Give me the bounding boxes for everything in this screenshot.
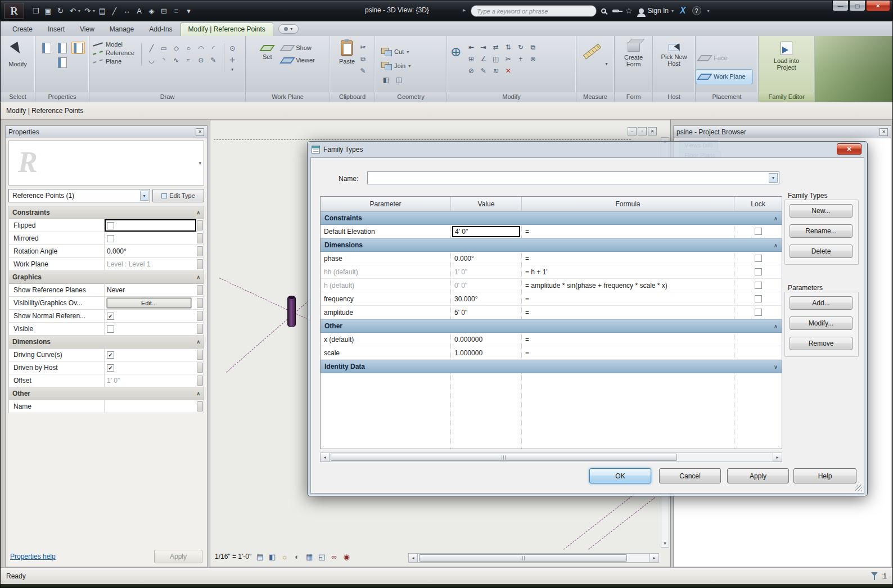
collapse-icon[interactable]: ∧ bbox=[196, 339, 200, 345]
trim-extend-icon[interactable]: ◫ bbox=[490, 54, 501, 64]
filter-icon[interactable] bbox=[871, 572, 878, 580]
create-form-button[interactable]: Create Form bbox=[618, 39, 650, 69]
associate-parameter-button[interactable] bbox=[197, 246, 203, 256]
tab-insert[interactable]: Insert bbox=[40, 23, 72, 36]
family-types-icon[interactable] bbox=[71, 42, 85, 54]
search-input[interactable]: Type a keyword or phrase bbox=[471, 5, 597, 17]
align-icon[interactable]: ⇤ bbox=[466, 42, 476, 52]
associate-parameter-button[interactable] bbox=[197, 285, 203, 295]
parameter-formula[interactable]: = bbox=[522, 292, 734, 305]
tab-modify-reference-points[interactable]: Modify | Reference Points bbox=[181, 22, 273, 36]
parameter-value[interactable]: 0' 0" bbox=[451, 279, 522, 292]
properties-help-link[interactable]: Properties help bbox=[10, 553, 56, 560]
match-type-icon[interactable]: ✎ bbox=[358, 66, 368, 76]
temporary-hide-icon[interactable]: ∞ bbox=[329, 551, 339, 562]
show-crop-icon[interactable]: ◱ bbox=[317, 551, 327, 562]
default-3d-view-icon[interactable]: ◈ bbox=[146, 5, 157, 17]
join-dropdown-icon[interactable]: ▾ bbox=[408, 64, 411, 69]
cut-dropdown-icon[interactable]: ▾ bbox=[407, 49, 409, 55]
cut-to-clipboard-icon[interactable]: ✂ bbox=[358, 42, 368, 52]
undo-icon-dropdown[interactable]: ▾ bbox=[78, 8, 80, 13]
column-header-lock[interactable]: Lock bbox=[734, 197, 782, 211]
placement-face-button[interactable]: Face bbox=[696, 51, 753, 66]
associate-parameter-button[interactable] bbox=[197, 350, 203, 360]
checkbox[interactable] bbox=[107, 325, 114, 333]
properties-palette-header[interactable]: Properties ✕ bbox=[6, 126, 207, 138]
search-expand-arrow[interactable]: ▸ bbox=[463, 7, 466, 13]
lock-checkbox[interactable] bbox=[755, 228, 762, 235]
dialog-scroll-grip[interactable] bbox=[331, 454, 677, 461]
load-into-project-button[interactable]: Load into Project bbox=[766, 39, 807, 73]
scroll-down-icon[interactable]: ▼ bbox=[663, 540, 667, 547]
associate-parameter-button[interactable] bbox=[197, 298, 203, 308]
section-icon[interactable]: ⊟ bbox=[158, 5, 170, 17]
apply-button[interactable]: Apply bbox=[727, 468, 789, 483]
viewer-button[interactable]: Viewer bbox=[280, 56, 316, 65]
scale-icon[interactable]: ∠ bbox=[478, 54, 489, 64]
paste-button[interactable]: Paste bbox=[336, 39, 358, 66]
close-button[interactable]: ✕ bbox=[866, 1, 890, 11]
property-value[interactable]: 0.000° bbox=[105, 245, 196, 257]
pin-icon[interactable]: ⊗ bbox=[527, 54, 538, 64]
point-element-tool-icon[interactable]: ⊙ bbox=[196, 55, 206, 65]
properties-close-icon[interactable]: ✕ bbox=[196, 128, 204, 136]
maximize-button[interactable]: ▢ bbox=[849, 1, 865, 11]
property-value[interactable] bbox=[105, 400, 196, 413]
properties-apply-button[interactable]: Apply bbox=[154, 550, 202, 563]
ok-button[interactable]: OK bbox=[589, 468, 651, 483]
paint-geometry-icon[interactable]: ◧ bbox=[381, 75, 391, 85]
family-category-icon[interactable] bbox=[56, 56, 69, 69]
property-group-dimensions[interactable]: Dimensions∧ bbox=[9, 336, 204, 349]
dialog-horizontal-scrollbar[interactable]: ◂ ▸ bbox=[320, 453, 782, 462]
checkbox[interactable]: ✓ bbox=[107, 351, 114, 359]
undo-icon[interactable]: ↶ bbox=[67, 5, 79, 17]
show-work-plane-button[interactable]: Show bbox=[280, 43, 316, 52]
add-button[interactable]: Add... bbox=[790, 296, 853, 310]
column-header-value[interactable]: Value bbox=[451, 197, 522, 211]
shadows-icon[interactable]: ◐ bbox=[292, 551, 302, 562]
text-icon[interactable]: A bbox=[133, 5, 145, 17]
cancel-button[interactable]: Cancel bbox=[659, 468, 721, 483]
move-big-icon[interactable]: ⊕ bbox=[450, 44, 461, 60]
checkbox[interactable]: ✓ bbox=[107, 313, 114, 320]
move-icon[interactable]: + bbox=[515, 54, 526, 64]
sun-path-icon[interactable]: ☼ bbox=[279, 551, 290, 562]
tab-view[interactable]: View bbox=[73, 23, 102, 36]
collapse-icon[interactable]: ∨ bbox=[774, 364, 778, 370]
scroll-left-icon[interactable]: ◂ bbox=[409, 554, 418, 562]
exchange-apps-icon[interactable]: X bbox=[680, 6, 686, 16]
sync-icon[interactable]: ↻ bbox=[55, 5, 66, 17]
parameter-value[interactable]: 4' 0" bbox=[451, 225, 522, 238]
split-icon[interactable]: ✂ bbox=[503, 54, 513, 64]
cut-geometry-button[interactable]: Cut ▾ bbox=[380, 47, 411, 57]
property-value[interactable]: Edit... bbox=[105, 297, 196, 309]
pick-lines-tool-icon[interactable]: ✎ bbox=[208, 55, 219, 65]
type-preview-dropdown-icon[interactable]: ▾ bbox=[199, 160, 201, 166]
property-value[interactable] bbox=[105, 232, 196, 245]
ellipse-tool-icon[interactable]: ≈ bbox=[183, 55, 194, 65]
collapse-icon[interactable]: ∧ bbox=[196, 274, 200, 280]
pick-point-icon[interactable]: ✛ bbox=[227, 55, 238, 65]
split-face-icon[interactable]: ◫ bbox=[394, 75, 404, 85]
qat-customize-icon[interactable]: ▾ bbox=[183, 5, 195, 17]
lock-checkbox[interactable] bbox=[755, 268, 762, 275]
draw-model-button[interactable]: Model bbox=[93, 41, 134, 48]
delete-icon[interactable]: ✕ bbox=[503, 66, 513, 76]
rotate-icon[interactable]: ↻ bbox=[515, 42, 526, 52]
property-value[interactable]: ✓ bbox=[105, 310, 196, 322]
sign-in-dropdown-icon[interactable]: ▾ bbox=[671, 8, 674, 13]
save-icon[interactable]: ▣ bbox=[42, 5, 54, 17]
properties-palette-icon[interactable] bbox=[40, 42, 53, 54]
associate-parameter-button[interactable] bbox=[197, 363, 203, 373]
search-icon[interactable] bbox=[601, 8, 606, 13]
checkbox[interactable] bbox=[107, 235, 114, 242]
collapse-icon[interactable]: ∧ bbox=[196, 210, 200, 215]
parameter-value[interactable]: 0.000° bbox=[451, 252, 522, 265]
spline-tool-icon[interactable]: ∿ bbox=[171, 55, 182, 65]
collapse-icon[interactable]: ∧ bbox=[774, 215, 778, 221]
delete-button[interactable]: Delete bbox=[790, 245, 853, 258]
rectangle-tool-icon[interactable]: ▭ bbox=[159, 43, 169, 53]
lock-checkbox[interactable] bbox=[755, 295, 762, 302]
placement-work-plane-button[interactable]: Work Plane bbox=[696, 69, 753, 84]
associate-parameter-button[interactable] bbox=[197, 376, 203, 386]
